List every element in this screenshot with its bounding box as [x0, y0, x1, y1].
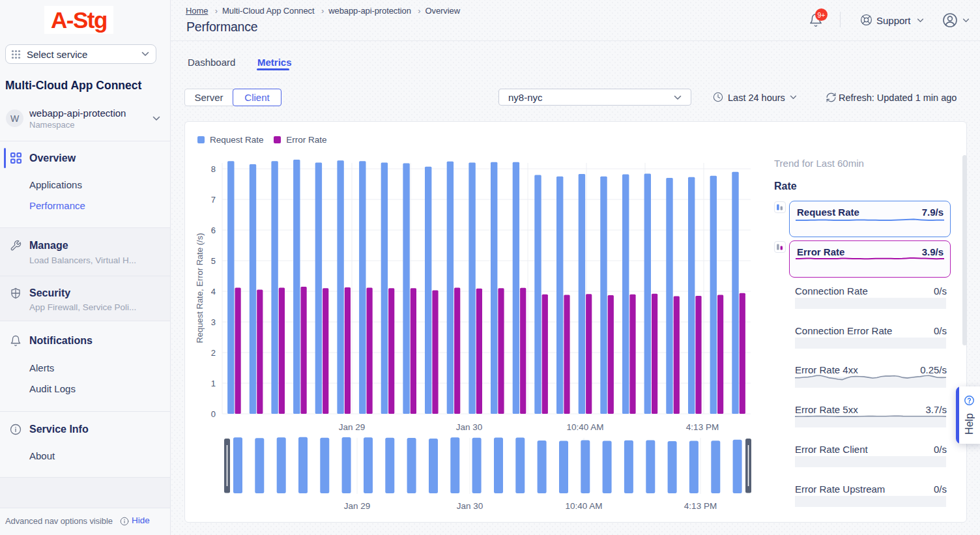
svg-text:0: 0 — [211, 409, 216, 419]
svg-text:4:13 PM: 4:13 PM — [684, 501, 717, 511]
svg-text:Jan 29: Jan 29 — [344, 501, 371, 511]
svg-text:Jan 30: Jan 30 — [457, 501, 483, 511]
svg-text:4: 4 — [211, 287, 216, 296]
svg-text:6: 6 — [211, 225, 216, 235]
svg-text:3: 3 — [211, 317, 216, 327]
svg-text:Jan 29: Jan 29 — [339, 422, 366, 432]
svg-text:2: 2 — [211, 348, 216, 358]
svg-text:7: 7 — [211, 195, 216, 205]
svg-text:5: 5 — [211, 256, 216, 266]
svg-text:Request Rate, Error Rate (/s): Request Rate, Error Rate (/s) — [195, 233, 205, 343]
svg-text:1: 1 — [211, 379, 216, 388]
svg-text:Jan 30: Jan 30 — [456, 422, 483, 432]
svg-text:10:40 AM: 10:40 AM — [565, 501, 602, 511]
svg-text:4:13 PM: 4:13 PM — [686, 422, 719, 432]
svg-text:10:40 AM: 10:40 AM — [566, 422, 603, 432]
svg-text:8: 8 — [211, 164, 216, 174]
